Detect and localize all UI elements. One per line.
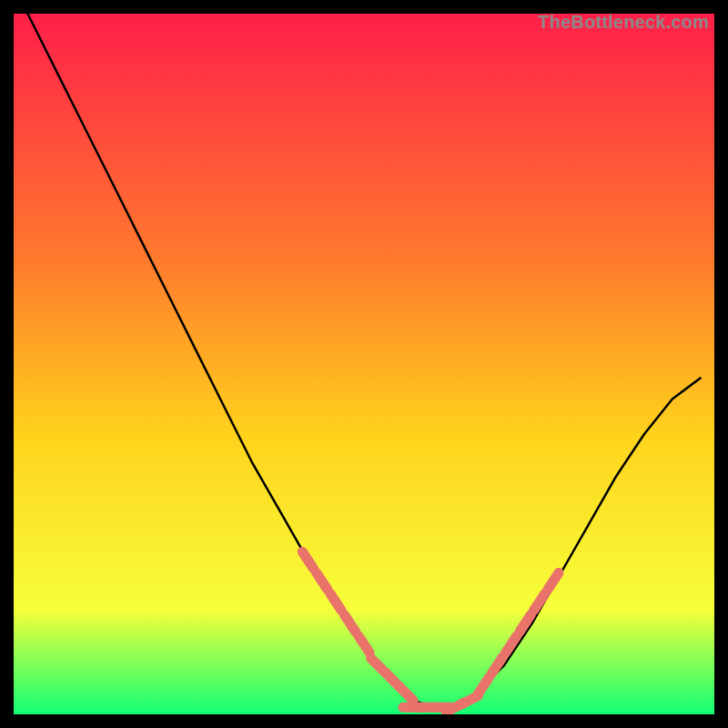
chart-frame: TheBottleneck.com — [14, 14, 714, 714]
watermark-text: TheBottleneck.com — [538, 12, 709, 33]
bottleneck-chart — [14, 14, 714, 714]
gradient-background — [14, 14, 714, 714]
